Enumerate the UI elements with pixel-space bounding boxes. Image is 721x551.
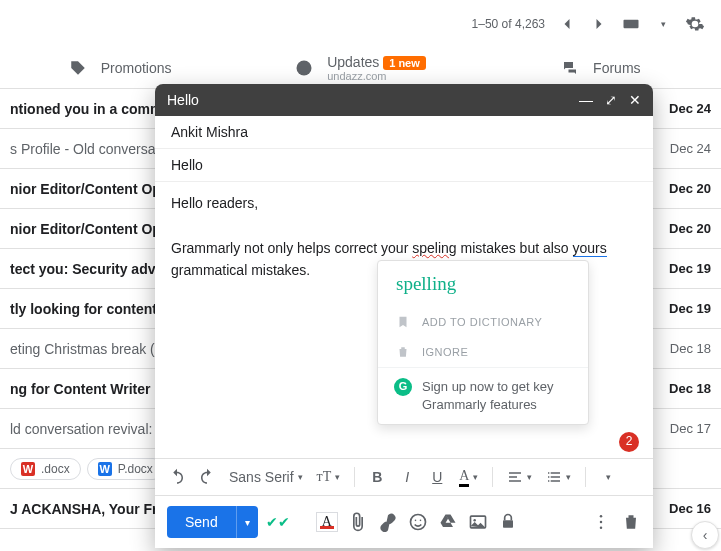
underline-icon[interactable]: U bbox=[425, 465, 449, 489]
compose-titlebar[interactable]: Hello — ⤢ ✕ bbox=[155, 84, 653, 116]
format-toolbar: Sans Serif ▾ тT ▾ B I U A ▾ ▾ ▾ ▾ bbox=[155, 458, 653, 495]
email-date: Dec 24 bbox=[651, 101, 711, 116]
grammarly-signup[interactable]: G Sign up now to get key Grammarly featu… bbox=[378, 367, 588, 424]
next-page-icon[interactable] bbox=[589, 14, 609, 34]
photo-icon[interactable] bbox=[468, 512, 488, 532]
email-date: Dec 24 bbox=[651, 141, 711, 156]
grammarly-logo-icon: G bbox=[394, 378, 412, 396]
tab-sublabel: undazz.com bbox=[327, 70, 386, 82]
grammarly-popup: spelling ADD TO DICTIONARY IGNORE G Sign… bbox=[377, 260, 589, 425]
body-line: Hello readers, bbox=[171, 192, 637, 214]
subject-field[interactable]: Hello bbox=[155, 149, 653, 182]
tab-updates[interactable]: Updates 1 new undazz.com bbox=[240, 54, 480, 82]
list-icon[interactable]: ▾ bbox=[542, 469, 575, 485]
input-tools-icon[interactable] bbox=[621, 14, 641, 34]
svg-rect-0 bbox=[624, 20, 639, 28]
to-field[interactable]: Ankit Mishra bbox=[155, 116, 653, 149]
send-button-group: Send ▾ bbox=[167, 506, 258, 538]
input-tools-caret-icon[interactable]: ▾ bbox=[653, 14, 673, 34]
email-date: Dec 18 bbox=[651, 381, 711, 396]
attachment-chip[interactable]: WP.docx bbox=[87, 458, 164, 480]
divider bbox=[585, 467, 586, 487]
svg-rect-7 bbox=[503, 520, 513, 528]
grammarly-count-badge[interactable]: 2 bbox=[619, 432, 639, 452]
prev-page-icon[interactable] bbox=[557, 14, 577, 34]
svg-point-2 bbox=[410, 515, 425, 530]
svg-point-10 bbox=[600, 527, 603, 530]
bold-icon[interactable]: B bbox=[365, 465, 389, 489]
tab-label: Forums bbox=[593, 60, 640, 76]
grammar-error[interactable]: yours bbox=[573, 240, 607, 257]
email-date: Dec 18 bbox=[651, 341, 711, 356]
more-options-icon[interactable] bbox=[591, 512, 611, 532]
emoji-icon[interactable] bbox=[408, 512, 428, 532]
email-date: Dec 19 bbox=[651, 261, 711, 276]
fullscreen-icon[interactable]: ⤢ bbox=[605, 92, 617, 108]
minimize-icon[interactable]: — bbox=[579, 92, 593, 108]
align-icon[interactable]: ▾ bbox=[503, 469, 536, 485]
category-tabs: Promotions Updates 1 new undazz.com Foru… bbox=[0, 48, 721, 88]
divider bbox=[354, 467, 355, 487]
email-date: Dec 20 bbox=[651, 181, 711, 196]
pagination-range: 1–50 of 4,263 bbox=[472, 17, 545, 31]
attach-icon[interactable] bbox=[348, 512, 368, 532]
drive-icon[interactable] bbox=[438, 512, 458, 532]
svg-point-9 bbox=[600, 521, 603, 524]
tab-promotions[interactable]: Promotions bbox=[0, 59, 240, 77]
text-format-toggle-icon[interactable]: A bbox=[316, 512, 338, 532]
list-toolbar: 1–50 of 4,263 ▾ bbox=[0, 0, 721, 48]
new-badge: 1 new bbox=[383, 56, 426, 70]
font-selector[interactable]: Sans Serif ▾ bbox=[225, 469, 307, 485]
svg-point-1 bbox=[297, 61, 312, 76]
compose-action-bar: Send ▾ ✔✔ A bbox=[155, 495, 653, 548]
divider bbox=[492, 467, 493, 487]
svg-point-4 bbox=[419, 520, 421, 522]
send-options-button[interactable]: ▾ bbox=[236, 506, 258, 538]
spelling-error[interactable]: speling bbox=[412, 240, 456, 256]
italic-icon[interactable]: I bbox=[395, 465, 419, 489]
attachment-chip[interactable]: W.docx bbox=[10, 458, 81, 480]
email-date: Dec 20 bbox=[651, 221, 711, 236]
link-icon[interactable] bbox=[378, 512, 398, 532]
email-date: Dec 16 bbox=[651, 501, 711, 516]
redo-icon[interactable] bbox=[195, 465, 219, 489]
side-panel-toggle-icon[interactable]: ‹ bbox=[691, 521, 719, 549]
font-size-icon[interactable]: тT ▾ bbox=[313, 469, 345, 485]
tab-label: Updates bbox=[327, 54, 379, 70]
add-to-dictionary-button[interactable]: ADD TO DICTIONARY bbox=[378, 307, 588, 337]
email-date: Dec 17 bbox=[651, 421, 711, 436]
tab-label: Promotions bbox=[101, 60, 172, 76]
send-button[interactable]: Send bbox=[167, 506, 236, 538]
tab-forums[interactable]: Forums bbox=[481, 59, 721, 77]
svg-point-6 bbox=[473, 519, 476, 522]
svg-point-3 bbox=[414, 520, 416, 522]
close-icon[interactable]: ✕ bbox=[629, 92, 641, 108]
more-formatting-icon[interactable]: ▾ bbox=[596, 465, 620, 489]
settings-gear-icon[interactable] bbox=[685, 14, 705, 34]
undo-icon[interactable] bbox=[165, 465, 189, 489]
body-line: Grammarly not only helps correct your sp… bbox=[171, 237, 637, 259]
ignore-button[interactable]: IGNORE bbox=[378, 337, 588, 367]
svg-point-8 bbox=[600, 515, 603, 518]
discard-icon[interactable] bbox=[621, 512, 641, 532]
grammarly-suggestion[interactable]: spelling bbox=[378, 261, 588, 307]
text-color-icon[interactable]: A ▾ bbox=[455, 468, 482, 487]
email-date: Dec 19 bbox=[651, 301, 711, 316]
confidential-icon[interactable] bbox=[498, 512, 518, 532]
grammarly-check-icon[interactable]: ✔✔ bbox=[268, 512, 288, 532]
compose-title: Hello bbox=[167, 92, 199, 108]
